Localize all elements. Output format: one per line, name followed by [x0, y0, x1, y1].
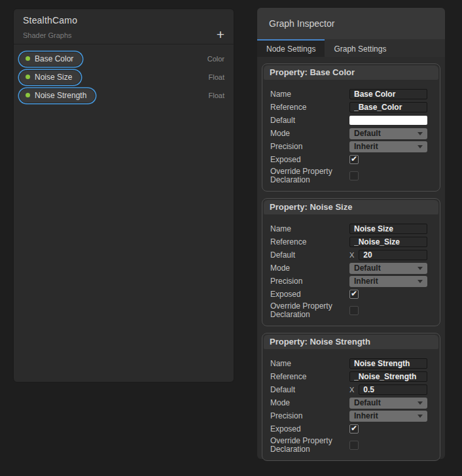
precision-row: Precision Inherit: [270, 409, 427, 422]
reference-input[interactable]: [349, 102, 427, 112]
graph-title: StealthCamo: [23, 15, 224, 26]
field-label: Mode: [270, 399, 349, 407]
mode-row: Mode Default: [270, 396, 427, 409]
graph-inspector-panel: Graph Inspector Node Settings Graph Sett…: [257, 8, 445, 459]
override-checkbox[interactable]: ✔: [349, 441, 359, 450]
chevron-down-icon: [418, 145, 423, 148]
section-title: Property: Base Color: [264, 65, 438, 80]
field-label: Mode: [270, 264, 349, 273]
field-label: Precision: [270, 412, 349, 420]
name-input[interactable]: [349, 89, 427, 99]
color-swatch[interactable]: [349, 116, 427, 125]
mode-dropdown[interactable]: Default: [349, 398, 427, 409]
exposed-dot-icon: [26, 93, 30, 97]
reference-row: Reference: [270, 101, 427, 114]
field-label: Name: [270, 90, 349, 99]
name-row: Name: [270, 222, 427, 235]
dropdown-value: Default: [354, 129, 381, 138]
default-value-input[interactable]: [359, 250, 427, 260]
property-type-label: Float: [209, 92, 224, 99]
dropdown-value: Default: [354, 264, 381, 273]
axis-label: X: [349, 386, 354, 394]
check-icon: ✔: [351, 289, 357, 298]
field-label: Name: [270, 360, 349, 368]
dropdown-value: Inherit: [354, 142, 378, 151]
chevron-down-icon: [418, 401, 423, 405]
property-type-label: Float: [209, 73, 224, 81]
property-type-label: Color: [207, 55, 224, 63]
property-section-base-color: Property: Base Color Name Reference Defa…: [262, 63, 440, 192]
override-row: Override Property Declaration ✔: [270, 301, 427, 320]
property-pill-label: Noise Size: [35, 73, 72, 82]
chevron-down-icon: [418, 132, 423, 135]
chevron-down-icon: [418, 280, 423, 283]
field-label: Default: [270, 116, 349, 125]
field-label: Reference: [270, 238, 349, 246]
precision-dropdown[interactable]: Inherit: [349, 141, 427, 152]
field-label: Mode: [270, 129, 349, 138]
default-row: Default: [270, 114, 427, 127]
name-row: Name: [270, 357, 427, 370]
precision-dropdown[interactable]: Inherit: [349, 276, 427, 287]
property-row-noise-size: Noise Size Float: [14, 68, 234, 86]
blackboard-panel: StealthCamo Shader Graphs + Base Color C…: [13, 8, 234, 382]
precision-row: Precision Inherit: [270, 140, 427, 153]
field-label: Default: [270, 386, 349, 394]
reference-input[interactable]: [349, 371, 427, 382]
exposed-dot-icon: [26, 56, 30, 61]
field-label: Reference: [270, 103, 349, 112]
tab-graph-settings[interactable]: Graph Settings: [325, 39, 395, 57]
property-pill-label: Base Color: [35, 54, 73, 63]
field-label: Reference: [270, 373, 349, 381]
axis-label: X: [349, 251, 354, 259]
default-row: Default X: [270, 383, 427, 396]
override-row: Override Property Declaration ✔: [270, 435, 427, 455]
property-row-noise-strength: Noise Strength Float: [14, 86, 234, 105]
inspector-tabbar: Node Settings Graph Settings: [257, 39, 445, 57]
exposed-checkbox[interactable]: ✔: [349, 290, 359, 299]
mode-dropdown[interactable]: Default: [349, 128, 427, 139]
inspector-content: Property: Base Color Name Reference Defa…: [257, 57, 445, 461]
blackboard-header: StealthCamo Shader Graphs +: [14, 9, 234, 44]
check-icon: ✔: [351, 154, 357, 163]
reference-input[interactable]: [349, 237, 427, 247]
name-row: Name: [270, 88, 427, 101]
chevron-down-icon: [418, 267, 423, 270]
check-icon: ✔: [351, 424, 357, 433]
exposed-checkbox[interactable]: ✔: [349, 424, 359, 434]
default-row: Default X: [270, 248, 427, 262]
field-label: Exposed: [270, 290, 349, 299]
field-label: Precision: [270, 143, 349, 151]
override-checkbox[interactable]: ✔: [349, 171, 359, 180]
name-input[interactable]: [349, 224, 427, 234]
reference-row: Reference: [270, 235, 427, 248]
field-label: Precision: [270, 277, 349, 286]
property-pill-base-color[interactable]: Base Color: [19, 52, 82, 67]
field-label: Exposed: [270, 425, 349, 434]
property-pill-label: Noise Strength: [35, 91, 86, 100]
precision-dropdown[interactable]: Inherit: [349, 411, 427, 422]
tab-node-settings[interactable]: Node Settings: [257, 39, 325, 57]
exposed-checkbox[interactable]: ✔: [349, 155, 359, 164]
default-value-input[interactable]: [359, 384, 427, 395]
dropdown-value: Inherit: [354, 277, 378, 286]
name-input[interactable]: [349, 358, 427, 369]
reference-row: Reference: [270, 370, 427, 383]
override-checkbox[interactable]: ✔: [349, 306, 359, 315]
exposed-row: Exposed ✔: [270, 153, 427, 166]
mode-dropdown[interactable]: Default: [349, 263, 427, 274]
exposed-dot-icon: [26, 75, 30, 79]
mode-row: Mode Default: [270, 127, 427, 140]
dropdown-value: Default: [354, 398, 381, 407]
field-label: Override Property Declaration: [270, 437, 349, 454]
property-pill-noise-size[interactable]: Noise Size: [19, 70, 81, 85]
dropdown-value: Inherit: [354, 411, 378, 420]
property-list: Base Color Color Noise Size Float Noise …: [14, 44, 234, 105]
inspector-title: Graph Inspector: [257, 8, 445, 39]
precision-row: Precision Inherit: [270, 275, 427, 288]
chevron-down-icon: [418, 415, 423, 418]
add-property-button[interactable]: +: [217, 28, 224, 41]
field-label: Name: [270, 225, 349, 233]
exposed-row: Exposed ✔: [270, 288, 427, 301]
property-pill-noise-strength[interactable]: Noise Strength: [19, 88, 96, 103]
